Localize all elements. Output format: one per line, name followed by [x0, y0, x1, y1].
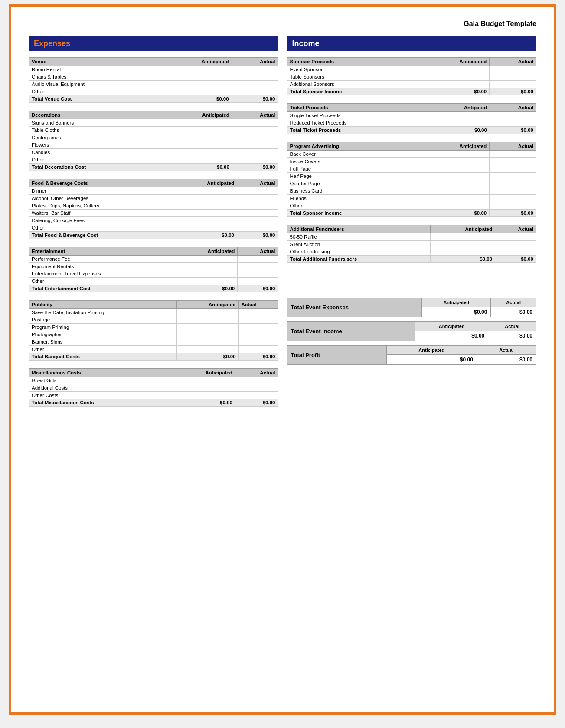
food-total-row: Total Food & Beverage Cost $0.00 $0.00 — [29, 232, 278, 239]
total-expenses-col-actual: Actual — [491, 298, 536, 307]
venue-col-actual: Actual — [232, 58, 278, 66]
pub-col-actual: Actual — [238, 301, 278, 309]
dec-col-anticipated: Anticipated — [160, 111, 232, 119]
entertainment-table: Entertainment Anticipated Actual Perform… — [29, 247, 278, 292]
fund-total-row: Total Additional Fundraisers $0.00 $0.00 — [287, 256, 536, 263]
venue-table: Venue Anticipated Actual Room RentalChai… — [29, 57, 278, 103]
food-col-actual: Actual — [237, 179, 278, 187]
food-col-label: Food & Beverage Costs — [29, 179, 173, 187]
adv-col-actual: Actual — [490, 142, 536, 151]
table-row: Friends — [287, 195, 536, 202]
table-row: Other Costs — [29, 392, 278, 399]
total-profit-label: Total Profit — [287, 346, 386, 365]
total-expenses-label: Total Event Expenses — [287, 298, 422, 317]
ent-total-row: Total Entertainment Cost $0.00 $0.00 — [29, 285, 278, 292]
ent-col-actual: Actual — [238, 247, 278, 256]
dec-total-label: Total Decorations Cost — [29, 164, 160, 171]
dec-total-anticipated: $0.00 — [160, 164, 232, 171]
sponsor-col-anticipated: Anticipated — [416, 58, 489, 66]
table-row: Other — [29, 88, 278, 95]
total-income-label: Total Event Income — [287, 322, 415, 341]
total-income-col-actual: Actual — [488, 322, 536, 331]
table-row: Alcohol, Other Beverages — [29, 195, 278, 202]
food-total-label: Total Food & Beverage Cost — [29, 232, 173, 239]
sponsor-col-actual: Actual — [490, 58, 536, 66]
table-row: Equipment Rentals — [29, 263, 278, 270]
total-expenses-summary: Total Event Expenses Anticipated Actual … — [287, 298, 537, 317]
food-col-anticipated: Anticipated — [173, 179, 237, 187]
adv-col-label: Program Advertising — [287, 142, 416, 151]
table-row: Plates, Cups, Napkins, Cutlery — [29, 202, 278, 210]
venue-total-row: Total Venue Cost $0.00 $0.00 — [29, 95, 278, 103]
publicity-table: Publicity Anticipated Actual Save the Da… — [29, 300, 278, 361]
ticket-total-actual: $0.00 — [490, 127, 536, 134]
total-income-val-anticipated: $0.00 — [415, 331, 488, 341]
sponsor-col-label: Sponsor Proceeds — [287, 58, 416, 66]
table-row: Postage — [29, 316, 278, 324]
income-header-text: Income — [292, 39, 320, 48]
table-row: Entertainment Travel Expenses — [29, 270, 278, 278]
table-row: Flowers — [29, 141, 278, 149]
expenses-header: Expenses — [29, 36, 278, 51]
sponsor-total-actual: $0.00 — [490, 88, 536, 95]
pub-total-label: Total Banquet Costs — [29, 353, 177, 361]
table-row: Other — [29, 346, 278, 353]
total-expenses-val-actual: $0.00 — [491, 307, 536, 317]
ticket-table: Ticket Proceeds Antipated Actual Single … — [287, 103, 537, 134]
ticket-col-anticipated: Antipated — [426, 104, 490, 112]
dec-col-actual: Actual — [232, 111, 278, 119]
misc-total-label: Total Miscellaneous Costs — [29, 399, 168, 407]
ticket-total-label: Total Ticket Proceeds — [287, 127, 426, 134]
ent-total-label: Total Entertainment Cost — [29, 285, 174, 292]
table-row: Candles — [29, 149, 278, 156]
adv-total-label: Total Sponsor Income — [287, 210, 416, 217]
misc-total-actual: $0.00 — [235, 399, 278, 407]
table-row: Signs and Banners — [29, 119, 278, 127]
decorations-table: Decorations Anticipated Actual Signs and… — [29, 111, 278, 171]
total-profit-val-anticipated: $0.00 — [386, 355, 477, 365]
food-total-actual: $0.00 — [237, 232, 278, 239]
income-column: Income Sponsor Proceeds Anticipated Actu… — [287, 36, 537, 414]
total-expenses-val-anticipated: $0.00 — [422, 307, 491, 317]
table-row: Table Sponsors — [287, 73, 536, 81]
total-profit-col-anticipated: Anticipated — [386, 346, 477, 355]
table-row: Audio Visual Equipment — [29, 81, 278, 88]
table-row: Other — [29, 278, 278, 285]
ticket-col-label: Ticket Proceeds — [287, 104, 426, 112]
adv-col-anticipated: Anticipated — [416, 142, 489, 151]
venue-total-label: Total Venue Cost — [29, 95, 159, 103]
main-content: Expenses Venue Anticipated Actual Room R… — [29, 36, 536, 414]
venue-total-anticipated: $0.00 — [159, 95, 232, 103]
misc-col-label: Miscellaneous Costs — [29, 369, 168, 377]
dec-total-row: Total Decorations Cost $0.00 $0.00 — [29, 164, 278, 171]
expenses-header-text: Expenses — [34, 39, 70, 48]
table-row: Table Cloths — [29, 127, 278, 134]
table-row: Photographer — [29, 331, 278, 338]
fund-total-label: Total Additional Fundraisers — [287, 256, 430, 263]
table-row: Silent Auction — [287, 241, 536, 248]
pub-col-anticipated: Anticipated — [176, 301, 238, 309]
table-row: Room Rental — [29, 66, 278, 73]
misc-total-anticipated: $0.00 — [168, 399, 235, 407]
table-row: Quarter Page — [287, 180, 536, 187]
income-header: Income — [287, 36, 537, 51]
misc-table: Miscellaneous Costs Anticipated Actual G… — [29, 368, 278, 407]
table-row: 50-50 Raffle — [287, 233, 536, 241]
total-income-val-actual: $0.00 — [488, 331, 536, 341]
fund-total-actual: $0.00 — [495, 256, 536, 263]
table-row: Back Cover — [287, 151, 536, 158]
venue-total-actual: $0.00 — [232, 95, 278, 103]
ticket-total-anticipated: $0.00 — [426, 127, 490, 134]
table-row: Waiters, Bar Staff — [29, 210, 278, 217]
misc-col-anticipated: Anticipated — [168, 369, 235, 377]
summary-area: Total Event Expenses Anticipated Actual … — [287, 298, 537, 365]
table-row: Additional Costs — [29, 384, 278, 392]
misc-col-actual: Actual — [235, 369, 278, 377]
table-row: Program Printing — [29, 324, 278, 331]
table-row: Other — [287, 202, 536, 210]
table-row: Additional Sponsors — [287, 81, 536, 88]
table-row: Other Fundraising — [287, 248, 536, 256]
page: Gala Budget Template Expenses Venue Anti… — [9, 4, 556, 715]
table-row: Event Sponsor — [287, 66, 536, 73]
ticket-total-row: Total Ticket Proceeds $0.00 $0.00 — [287, 127, 536, 134]
